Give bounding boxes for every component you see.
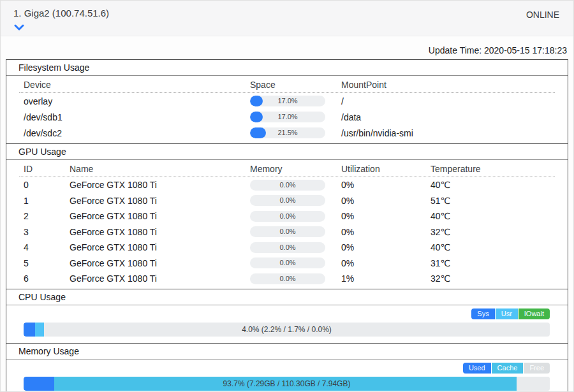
- space-progress-bar: 21.5%: [250, 127, 325, 138]
- gpu-temp-cell: 40℃: [430, 180, 555, 190]
- table-row: 3 GeForce GTX 1080 Ti 0.0% 0% 32℃: [6, 224, 568, 240]
- gpu-id-cell: 0: [24, 180, 70, 190]
- device-cell: /dev/sdc2: [24, 128, 250, 138]
- cpu-panel-title: CPU Usage: [6, 289, 568, 305]
- memory-panel: Memory Usage Used Cache Free 93.7% (7.29…: [6, 343, 568, 392]
- memory-percent-label: 0.0%: [250, 226, 325, 237]
- memory-percent-label: 0.0%: [250, 211, 325, 222]
- memory-progress-bar: 0.0%: [250, 273, 325, 284]
- col-id: ID: [24, 164, 70, 174]
- gpu-temp-cell: 32℃: [430, 273, 555, 284]
- cpu-usage-bar: 4.0% (2.2% / 1.7% / 0.0%): [24, 323, 550, 337]
- cpu-legend: Sys Usr IOwait: [6, 309, 550, 319]
- gpu-name-cell: GeForce GTX 1080 Ti: [70, 258, 250, 268]
- server-title: 1. Giga2 (100.74.51.6): [13, 8, 559, 18]
- memory-progress-bar: 0.0%: [250, 211, 325, 222]
- space-progress-bar: 17.0%: [250, 112, 325, 122]
- mountpoint-cell: /usr/bin/nvidia-smi: [341, 128, 555, 138]
- table-row: 6 GeForce GTX 1080 Ti 0.0% 1% 32℃: [6, 271, 568, 287]
- gpu-util-cell: 1%: [341, 273, 430, 284]
- col-memory: Memory: [250, 164, 341, 174]
- gpu-id-cell: 4: [24, 242, 70, 252]
- memory-usage-bar: 93.7% (7.29GB / 110.30GB / 7.94GB): [24, 377, 550, 391]
- table-row: 0 GeForce GTX 1080 Ti 0.0% 0% 40℃: [6, 177, 568, 193]
- gpu-util-cell: 0%: [341, 227, 430, 237]
- table-row: 4 GeForce GTX 1080 Ti 0.0% 0% 40℃: [6, 240, 568, 256]
- cpu-usage-label: 4.0% (2.2% / 1.7% / 0.0%): [24, 323, 550, 337]
- gpu-name-cell: GeForce GTX 1080 Ti: [70, 196, 250, 206]
- gpu-util-cell: 0%: [341, 180, 430, 190]
- space-progress-bar: 17.0%: [250, 96, 325, 106]
- gpu-name-cell: GeForce GTX 1080 Ti: [70, 211, 250, 221]
- mountpoint-cell: /: [341, 96, 555, 106]
- col-name: Name: [70, 164, 250, 174]
- gpu-panel: GPU Usage ID Name Memory Utilization Tem…: [6, 143, 568, 289]
- table-row: 2 GeForce GTX 1080 Ti 0.0% 0% 40℃: [6, 208, 568, 224]
- device-cell: overlay: [24, 96, 250, 106]
- filesystem-rows: overlay 17.0% / /dev/sdb1 17.0% /data: [6, 93, 568, 143]
- memory-progress-bar: 0.0%: [250, 242, 325, 253]
- col-utilization: Utilization: [341, 164, 430, 174]
- col-mountpoint: MountPoint: [341, 80, 555, 90]
- memory-progress-bar: 0.0%: [250, 180, 325, 191]
- table-row: /dev/sdc2 21.5% /usr/bin/nvidia-smi: [6, 125, 568, 141]
- memory-percent-label: 0.0%: [250, 195, 325, 206]
- gpu-name-cell: GeForce GTX 1080 Ti: [70, 242, 250, 252]
- gpu-name-cell: GeForce GTX 1080 Ti: [70, 180, 250, 190]
- table-row: 1 GeForce GTX 1080 Ti 0.0% 0% 51℃: [6, 193, 568, 209]
- memory-usage-label: 93.7% (7.29GB / 110.30GB / 7.94GB): [24, 377, 550, 391]
- legend-usr: Usr: [496, 309, 518, 319]
- legend-used: Used: [463, 363, 491, 374]
- memory-percent-label: 0.0%: [250, 258, 325, 268]
- memory-percent-label: 0.0%: [250, 273, 325, 284]
- gpu-id-cell: 5: [24, 258, 70, 268]
- gpu-id-cell: 3: [24, 227, 70, 237]
- status-badge: ONLINE: [526, 10, 559, 20]
- memory-panel-title: Memory Usage: [6, 344, 568, 359]
- gpu-temp-cell: 40℃: [430, 242, 555, 252]
- legend-cache: Cache: [492, 363, 524, 374]
- memory-progress-bar: 0.0%: [250, 195, 325, 206]
- legend-iowait: IOwait: [519, 309, 550, 319]
- memory-legend: Used Cache Free: [6, 363, 550, 374]
- device-cell: /dev/sdb1: [24, 112, 250, 122]
- table-row: /dev/sdb1 17.0% /data: [6, 109, 568, 125]
- gpu-id-cell: 2: [24, 211, 70, 221]
- panels: Filesystem Usage Device Space MountPoint…: [6, 59, 568, 392]
- gpu-id-cell: 1: [24, 196, 70, 206]
- legend-sys: Sys: [471, 309, 494, 319]
- gpu-name-cell: GeForce GTX 1080 Ti: [70, 227, 250, 237]
- memory-percent-label: 0.0%: [250, 180, 325, 191]
- gpu-util-cell: 0%: [341, 211, 430, 221]
- col-device: Device: [24, 80, 250, 90]
- filesystem-table-header: Device Space MountPoint: [6, 76, 568, 92]
- space-percent-label: 17.0%: [250, 96, 325, 106]
- update-time: Update Time: 2020-05-15 17:18:23: [1, 36, 573, 60]
- mountpoint-cell: /data: [341, 112, 555, 122]
- col-space: Space: [250, 80, 341, 90]
- memory-progress-bar: 0.0%: [250, 258, 325, 268]
- table-row: overlay 17.0% /: [6, 93, 568, 109]
- memory-percent-label: 0.0%: [250, 242, 325, 253]
- gpu-id-cell: 6: [24, 273, 70, 284]
- col-temperature: Temperature: [430, 164, 555, 174]
- space-percent-label: 21.5%: [250, 127, 325, 138]
- table-row: 5 GeForce GTX 1080 Ti 0.0% 0% 31℃: [6, 256, 568, 272]
- cpu-panel: CPU Usage Sys Usr IOwait 4.0% (2.2% / 1.…: [6, 289, 568, 344]
- gpu-temp-cell: 31℃: [430, 258, 555, 268]
- gpu-util-cell: 0%: [341, 258, 430, 268]
- filesystem-panel-title: Filesystem Usage: [6, 60, 568, 76]
- gpu-util-cell: 0%: [341, 196, 430, 206]
- gpu-panel-title: GPU Usage: [6, 144, 568, 160]
- space-percent-label: 17.0%: [250, 112, 325, 122]
- gpu-table-header: ID Name Memory Utilization Temperature: [6, 160, 568, 177]
- legend-free: Free: [524, 363, 550, 374]
- chevron-down-icon[interactable]: [14, 22, 24, 28]
- gpu-name-cell: GeForce GTX 1080 Ti: [70, 273, 250, 284]
- gpu-temp-cell: 40℃: [430, 211, 555, 221]
- gpu-util-cell: 0%: [341, 242, 430, 252]
- memory-progress-bar: 0.0%: [250, 226, 325, 237]
- server-header: 1. Giga2 (100.74.51.6) ONLINE: [1, 1, 573, 36]
- filesystem-panel: Filesystem Usage Device Space MountPoint…: [6, 59, 568, 144]
- gpu-temp-cell: 51℃: [430, 196, 555, 206]
